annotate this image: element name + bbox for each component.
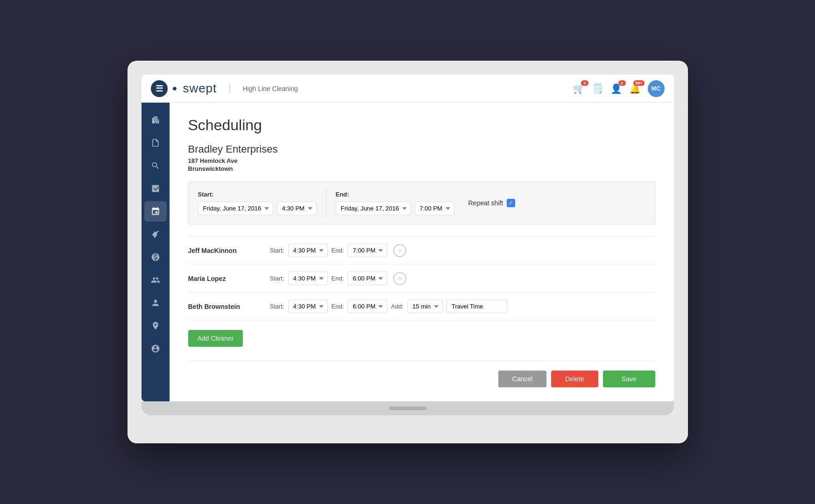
maria-times: Start: 4:30 PM End: 6:00 PM + <box>270 272 407 285</box>
start-row: Friday, June 17, 2016 4:30 PM 5:00 PM <box>198 202 317 215</box>
sidebar-item-scheduling[interactable] <box>144 201 167 222</box>
start-time-select[interactable]: 4:30 PM 5:00 PM <box>277 202 317 215</box>
end-date-select[interactable]: Friday, June 17, 2016 <box>336 202 411 215</box>
delete-button[interactable]: Delete <box>551 371 598 387</box>
beth-start-label: Start: <box>270 303 284 310</box>
start-group: Start: Friday, June 17, 2016 4:30 PM 5:0… <box>198 191 317 215</box>
brand-name: swept <box>183 81 217 96</box>
jeff-start-label: Start: <box>270 247 284 254</box>
save-button[interactable]: Save <box>603 371 655 387</box>
maria-start-label: Start: <box>270 275 284 282</box>
beth-end-label: End: <box>332 303 344 310</box>
sidebar-item-locations[interactable] <box>144 315 167 336</box>
cleaner-name: Beth Brownstein <box>188 303 263 310</box>
logo-section: ☰ ● swept | High Line Cleaning <box>151 80 298 97</box>
alerts-icon-wrap[interactable]: 👤 2 <box>610 83 622 94</box>
messages-icon: 🗒️ <box>592 84 603 94</box>
company-name: High Line Cleaning <box>243 85 298 92</box>
beth-times: Start: 4:30 PM End: 6:00 PM Add: 15 min <box>270 300 508 313</box>
sidebar-item-search[interactable] <box>144 155 167 176</box>
repeat-label: Repeat shift <box>468 199 503 207</box>
page-title: Scheduling <box>188 117 655 134</box>
maria-add-icon[interactable]: + <box>393 272 406 285</box>
beth-start-select[interactable]: 4:30 PM <box>288 300 328 313</box>
maria-end-select[interactable]: 6:00 PM <box>347 272 387 285</box>
repeat-section: Repeat shift <box>468 199 516 207</box>
sidebar-item-clients[interactable] <box>144 293 167 313</box>
brand-dot: ● <box>172 84 177 93</box>
sidebar-item-team[interactable] <box>144 270 167 290</box>
jeff-add-icon[interactable]: + <box>393 244 406 257</box>
tasks-badge: 3 <box>581 80 588 86</box>
menu-button[interactable]: ☰ <box>151 80 168 97</box>
cleaner-name: Maria Lopez <box>188 275 263 282</box>
start-label: Start: <box>198 191 317 198</box>
location-city: Brunswicktown <box>188 165 655 172</box>
bell-badge: 99+ <box>633 80 644 86</box>
end-group: End: Friday, June 17, 2016 7:00 PM 7:30 … <box>336 191 454 215</box>
content-area: Scheduling Bradley Enterprises 187 Hemlo… <box>170 103 674 401</box>
location-name: Bradley Enterprises <box>188 143 655 155</box>
sidebar-item-buildings[interactable] <box>144 110 167 130</box>
cleaner-name: Jeff MacKinnon <box>188 247 263 254</box>
end-label: End: <box>336 191 454 198</box>
end-row: Friday, June 17, 2016 7:00 PM 7:30 PM <box>336 202 454 215</box>
maria-end-label: End: <box>332 275 344 282</box>
beth-add-label: Add: <box>391 303 404 310</box>
menu-icon: ☰ <box>156 84 163 94</box>
cancel-button[interactable]: Cancel <box>498 371 547 387</box>
cleaners-section: Jeff MacKinnon Start: 4:30 PM End: 7:00 … <box>188 236 655 321</box>
cleaner-row: Maria Lopez Start: 4:30 PM End: 6:00 PM … <box>188 265 655 293</box>
sidebar-item-profile[interactable] <box>144 338 167 359</box>
top-right: 🛒 3 🗒️ 👤 2 🔔 99+ MC <box>573 80 665 97</box>
cleaner-row: Jeff MacKinnon Start: 4:30 PM End: 7:00 … <box>188 237 655 265</box>
location-address: 187 Hemlock Ave <box>188 157 655 164</box>
sidebar-item-analytics[interactable] <box>144 178 167 199</box>
main-layout: Scheduling Bradley Enterprises 187 Hemlo… <box>142 103 674 401</box>
beth-end-select[interactable]: 6:00 PM <box>347 300 387 313</box>
jeff-start-select[interactable]: 4:30 PM <box>288 244 328 257</box>
sidebar <box>142 103 170 401</box>
jeff-end-label: End: <box>332 247 344 254</box>
jeff-end-select[interactable]: 7:00 PM <box>347 244 387 257</box>
top-bar: ☰ ● swept | High Line Cleaning 🛒 3 🗒️ 👤 … <box>142 75 674 103</box>
end-time-select[interactable]: 7:00 PM 7:30 PM <box>415 202 454 215</box>
repeat-checkbox[interactable] <box>507 199 515 207</box>
add-cleaner-button[interactable]: Add Cleaner <box>188 330 243 347</box>
datetime-section: Start: Friday, June 17, 2016 4:30 PM 5:0… <box>188 182 655 224</box>
messages-icon-wrap[interactable]: 🗒️ <box>592 83 603 94</box>
beth-travel-input[interactable] <box>446 300 507 313</box>
cleaner-row: Beth Brownstein Start: 4:30 PM End: 6:00… <box>188 293 655 321</box>
start-date-select[interactable]: Friday, June 17, 2016 <box>198 202 273 215</box>
sidebar-item-reports[interactable] <box>144 133 167 153</box>
bell-icon-wrap[interactable]: 🔔 99+ <box>629 83 641 94</box>
avatar[interactable]: MC <box>648 80 665 97</box>
sidebar-item-cleaning[interactable] <box>144 224 167 245</box>
datetime-divider <box>326 189 326 217</box>
tasks-icon-wrap[interactable]: 🛒 3 <box>573 83 585 94</box>
bottom-actions: Cancel Delete Save <box>188 361 655 387</box>
jeff-times: Start: 4:30 PM End: 7:00 PM + <box>270 244 407 257</box>
sidebar-item-billing[interactable] <box>144 247 167 267</box>
alerts-badge: 2 <box>618 80 626 86</box>
beth-travel-time-select[interactable]: 15 min 30 min <box>407 300 443 313</box>
maria-start-select[interactable]: 4:30 PM <box>288 272 328 285</box>
brand-divider: | <box>228 83 231 94</box>
